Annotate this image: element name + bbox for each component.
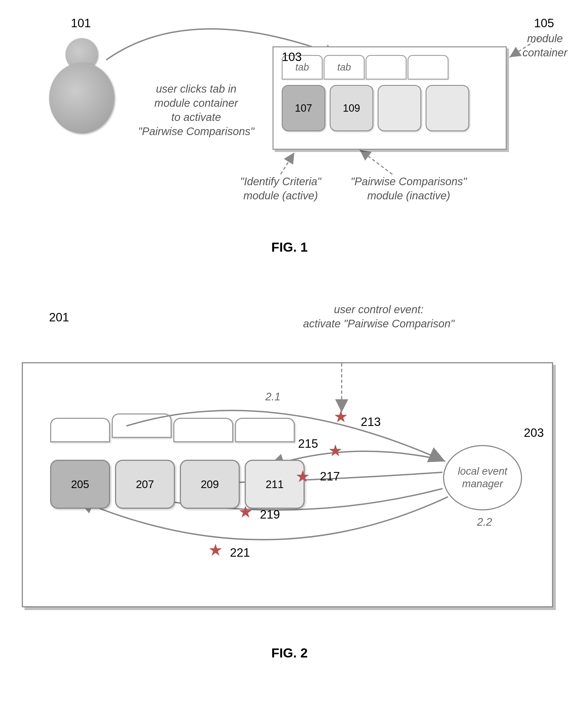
module-container: 103 tab tab 107 109 — [273, 46, 507, 150]
active-module-label: "Identify Criteria" module (active) — [234, 174, 327, 203]
tab-3[interactable] — [366, 55, 406, 80]
tab-2[interactable]: tab — [324, 55, 364, 80]
module-pairwise-comparisons[interactable]: 109 — [330, 85, 373, 131]
ref-201: 201 — [49, 311, 69, 324]
ref-105: 105 — [534, 16, 554, 30]
click-annotation: user clicks tab in module container to a… — [136, 82, 256, 138]
ref-215: 215 — [298, 437, 318, 450]
ref-103: 103 — [282, 50, 302, 64]
ref-217: 217 — [320, 470, 340, 483]
star-icon: ★ — [208, 540, 223, 560]
module-3[interactable] — [378, 85, 421, 131]
tab-a[interactable] — [50, 418, 110, 442]
star-icon: ★ — [333, 407, 348, 426]
ref-221: 221 — [230, 546, 250, 560]
tab-d[interactable] — [235, 418, 295, 442]
star-icon: ★ — [328, 441, 343, 460]
module-207[interactable]: 207 — [115, 460, 175, 509]
step-2-2: 2.2 — [477, 516, 492, 528]
inactive-module-label: "Pairwise Comparisons" module (inactive) — [349, 174, 469, 203]
step-2-1: 2.1 — [266, 391, 281, 403]
ref-203: 203 — [524, 426, 544, 440]
user-icon — [49, 38, 115, 133]
module-4[interactable] — [426, 85, 469, 131]
ref-219: 219 — [260, 508, 280, 521]
fig1-caption: FIG. 1 — [0, 240, 579, 255]
fig2-caption: FIG. 2 — [0, 646, 579, 660]
module-205[interactable]: 205 — [50, 460, 110, 509]
container-label: module container — [518, 31, 572, 60]
tab-4[interactable] — [408, 55, 449, 80]
star-icon: ★ — [295, 467, 310, 486]
star-icon: ★ — [238, 502, 253, 521]
local-event-manager: local event manager — [443, 445, 522, 511]
module-identify-criteria[interactable]: 107 — [282, 85, 325, 131]
tab-b-active[interactable] — [112, 413, 172, 438]
ref-213: 213 — [361, 415, 381, 429]
figure-2: 201 user control event: activate "Pairwi… — [0, 294, 579, 670]
figure-1: 101 105 user clicks tab in module contai… — [0, 5, 579, 278]
user-control-event-label: user control event: activate "Pairwise C… — [294, 302, 463, 331]
fig2-container: 2.1 2.2 205 207 209 211 203 local event … — [22, 362, 553, 607]
ref-101: 101 — [71, 16, 91, 30]
tab-c[interactable] — [173, 418, 233, 442]
module-209[interactable]: 209 — [180, 460, 240, 509]
